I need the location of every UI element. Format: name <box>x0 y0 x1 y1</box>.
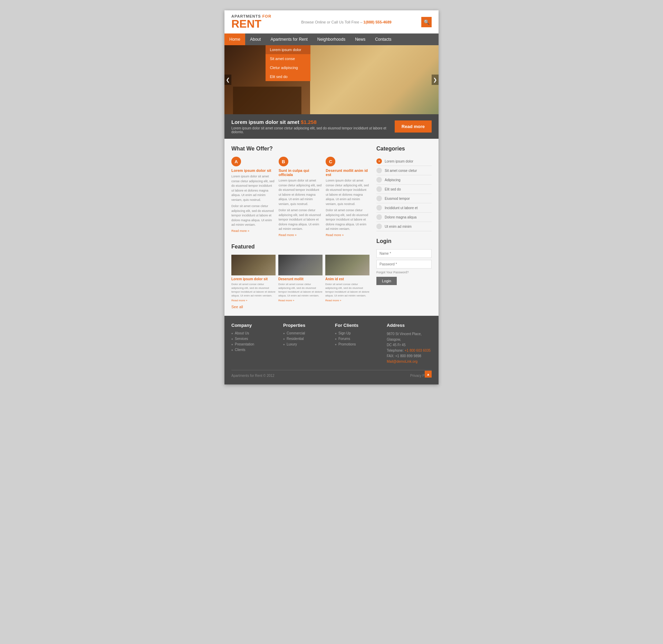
offer-card-text2-a: Dolor sit amet conse cletur adipiscing e… <box>231 204 275 227</box>
forgot-password-link[interactable]: Forgot Your Password? <box>376 271 432 274</box>
featured-card-text-3: Dolor sit amet conse cletur adipiscing e… <box>325 282 369 298</box>
category-dot-5 <box>376 196 382 201</box>
footer-telephone[interactable]: +1 800 603 6035 <box>405 349 431 352</box>
category-item-2[interactable]: Sit amet conse cletur <box>376 166 432 175</box>
footer-email[interactable]: Mail@demoLink.org <box>387 360 417 363</box>
category-label-8: Ut enim ad minim <box>385 225 412 228</box>
category-dot-4 <box>376 186 382 192</box>
footer-fax-label: FAX: <box>387 354 394 358</box>
nav-item-contacts[interactable]: Contacts <box>370 33 396 45</box>
footer-link-promotions[interactable]: Promotions <box>335 342 380 346</box>
nav-item-apartments[interactable]: Apartments for Rent <box>266 33 312 45</box>
category-dot-8 <box>376 224 382 229</box>
featured-read-more-3[interactable]: Read more » <box>325 299 369 302</box>
offer-card-text-c: Lorem ipsum dolor sit amet conse cletur … <box>326 178 369 206</box>
category-dot-3 <box>376 177 382 183</box>
hero-banner-price: $1.258 <box>301 119 317 125</box>
category-label-5: Eiusmod tempor <box>385 197 410 201</box>
offer-card-text2-c: Dolor sit amet conse cletur adipiscing e… <box>326 208 369 232</box>
category-item-6[interactable]: Incididunt ut labore et <box>376 203 432 213</box>
category-item-7[interactable]: Dolore magna aliqua <box>376 213 432 222</box>
footer-bottom-wrap: Apartments for Rent © 2012 Privacy Polic… <box>231 370 432 378</box>
category-dot-7 <box>376 214 382 220</box>
featured-card-3: Anim id est Dolor sit amet conse cletur … <box>325 255 369 302</box>
category-item-3[interactable]: Adipiscing <box>376 175 432 185</box>
category-item-1[interactable]: Lorem ipsum dolor <box>376 157 432 166</box>
offer-card-text-a: Lorem ipsum dolor sit amet conse cletur … <box>231 174 275 202</box>
offer-card-text-b: Lorem ipsum dolor sit amet conse cletur … <box>279 178 323 206</box>
footer-link-residential[interactable]: Residential <box>283 337 328 341</box>
footer-link-clients[interactable]: Clients <box>231 348 276 352</box>
footer-address-title: Address <box>387 323 432 328</box>
login-name-input[interactable] <box>376 249 432 258</box>
featured-card-text-2: Dolor sit amet conse cletur adipiscing e… <box>278 282 323 298</box>
footer-link-presentation[interactable]: Presentation <box>231 342 276 346</box>
offer-icon-c: C <box>326 157 335 166</box>
search-button[interactable]: 🔍 <box>421 17 432 27</box>
dropdown-item-4[interactable]: Elit sed do <box>266 72 310 81</box>
featured-card-title-3: Anim id est <box>325 277 369 281</box>
login-title: Login <box>376 238 432 244</box>
nav-item-about[interactable]: About <box>245 33 266 45</box>
login-button[interactable]: Login <box>376 277 397 285</box>
footer-link-services[interactable]: Services <box>231 337 276 341</box>
offer-read-more-b[interactable]: Read more » <box>279 233 323 237</box>
category-item-8[interactable]: Ut enim ad minim <box>376 222 432 231</box>
scroll-top-button[interactable]: ▲ <box>425 371 432 378</box>
main-content: What We Offer? A Lorem ipsum dolor sit L… <box>224 139 439 316</box>
see-all-link[interactable]: See all <box>231 305 369 309</box>
footer-properties: Properties Commercial Residential Luxury <box>283 323 328 364</box>
footer-link-luxury[interactable]: Luxury <box>283 342 328 346</box>
hero-next-arrow[interactable]: ❯ <box>432 75 439 85</box>
footer-clients-title: For Clients <box>335 323 380 328</box>
footer-link-forums[interactable]: Forums <box>335 337 380 341</box>
nav-item-neighborhoods[interactable]: Neighborhoods <box>313 33 350 45</box>
category-dot-2 <box>376 168 382 173</box>
footer-link-about-us[interactable]: About Us <box>231 331 276 335</box>
featured-cards: Lorem ipsum dolor sit Dolor sit amet con… <box>231 255 369 302</box>
hero-banner-text: Lorem ipsum dolor sit amet $1.258 Lorem … <box>231 119 388 134</box>
offer-card-title-c: Deserunt mollit anim id est <box>326 168 369 177</box>
nav-dropdown-apartments[interactable]: Apartments for Rent Lorem ipsum dolor Si… <box>266 33 312 45</box>
footer-link-commercial[interactable]: Commercial <box>283 331 328 335</box>
category-label-6: Incididunt ut labore et <box>385 206 418 210</box>
offer-read-more-c[interactable]: Read more » <box>326 233 369 237</box>
hero-banner-title: Lorem ipsum dolor sit amet $1.258 <box>231 119 388 125</box>
dropdown-item-3[interactable]: Cletur adipiscing <box>266 63 310 72</box>
category-item-4[interactable]: Elit sed do <box>376 185 432 194</box>
header-tagline: Browse Online or Call Us Toll Free – 1(8… <box>301 20 392 24</box>
dropdown-item-1[interactable]: Lorem ipsum dolor <box>266 45 310 54</box>
logo-rent: RENT <box>231 18 271 29</box>
login-section: Login Forgot Your Password? Login <box>376 238 432 285</box>
featured-read-more-1[interactable]: Read more » <box>231 299 276 302</box>
offer-icon-a: A <box>231 157 241 166</box>
dropdown-item-2[interactable]: Sit amet conse <box>266 54 310 63</box>
featured-img-3 <box>325 255 369 275</box>
category-label-1: Lorem ipsum dolor <box>385 159 413 163</box>
featured-img-1 <box>231 255 276 275</box>
footer-link-signup[interactable]: Sign Up <box>335 331 380 335</box>
category-item-5[interactable]: Eiusmod tempor <box>376 194 432 203</box>
category-label-3: Adipiscing <box>385 178 401 182</box>
offer-read-more-a[interactable]: Read more » <box>231 229 275 233</box>
footer-telephone-label: Telephone: <box>387 349 404 352</box>
category-label-4: Elit sed do <box>385 187 401 191</box>
hero-banner-desc: Lorem ipsum dolor sit amet conse ctetur … <box>231 126 388 134</box>
login-password-input[interactable] <box>376 260 432 269</box>
footer-company: Company About Us Services Presentation C… <box>231 323 276 364</box>
offer-cards: A Lorem ipsum dolor sit Lorem ipsum dolo… <box>231 157 369 237</box>
hero-banner: Lorem ipsum dolor sit amet $1.258 Lorem … <box>224 114 439 139</box>
featured-img-2 <box>278 255 323 275</box>
nav-item-home[interactable]: Home <box>224 33 245 45</box>
footer-copyright: Apartments for Rent © 2012 <box>231 374 275 378</box>
footer-columns: Company About Us Services Presentation C… <box>231 323 432 364</box>
category-label-2: Sit amet conse cletur <box>385 169 417 173</box>
footer: Company About Us Services Presentation C… <box>224 316 439 384</box>
header-phone[interactable]: 1(888) 555-4689 <box>363 20 391 24</box>
nav-item-news[interactable]: News <box>350 33 370 45</box>
hero-read-more-button[interactable]: Read more <box>395 120 432 133</box>
featured-card-title-1: Lorem ipsum dolor sit <box>231 277 276 281</box>
category-dot-1 <box>376 158 382 164</box>
featured-read-more-2[interactable]: Read more » <box>278 299 323 302</box>
hero-prev-arrow[interactable]: ❮ <box>224 75 231 85</box>
